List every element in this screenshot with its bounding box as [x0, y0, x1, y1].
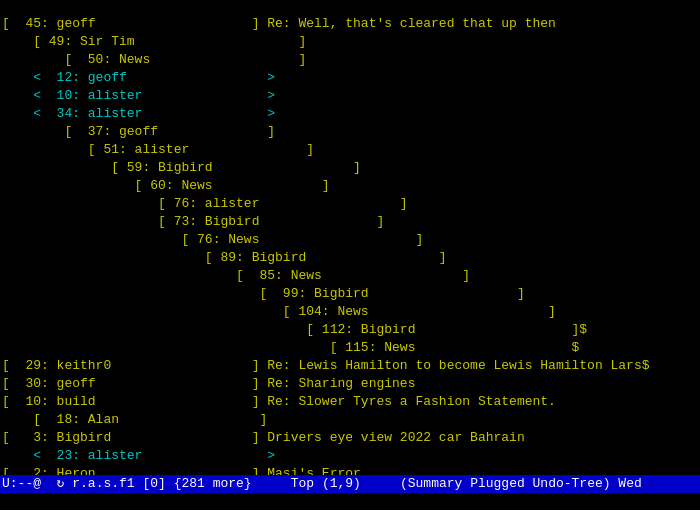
status-bar: U:--@ ↻ r.a.s.f1 [0] {281 more} Top (1,9…	[0, 475, 700, 493]
thread-line: [ 37: geoff ]	[0, 123, 700, 141]
status-left: U:--@ ↻ r.a.s.f1 [0] {281 more}	[2, 475, 252, 493]
thread-line: < 12: geoff >	[0, 69, 700, 87]
thread-line: [ 115: News $	[0, 339, 700, 357]
thread-line: [ 99: Bigbird ]	[0, 285, 700, 303]
thread-line: [ 112: Bigbird ]$	[0, 321, 700, 339]
thread-line: < 10: alister >	[0, 87, 700, 105]
thread-line: [ 49: Sir Tim ]	[0, 33, 700, 51]
thread-line: [ 51: alister ]	[0, 141, 700, 159]
thread-line: [ 2: Heron ] Masi's Error	[0, 465, 700, 475]
thread-line: [ 85: News ]	[0, 267, 700, 285]
bottom-bar: No more unseen articles	[0, 493, 700, 510]
thread-line: [ 59: Bigbird ]	[0, 159, 700, 177]
thread-line: [ 76: alister ]	[0, 195, 700, 213]
thread-line: [ 104: News ]	[0, 303, 700, 321]
thread-line: < 23: alister >	[0, 447, 700, 465]
thread-line: [ 3: Bigbird ] Drivers eye view 2022 car…	[0, 429, 700, 447]
status-spacer1	[252, 475, 291, 493]
thread-line: [ 73: Bigbird ]	[0, 213, 700, 231]
thread-line: [ 18: Alan ]	[0, 411, 700, 429]
thread-line: [ 45: geoff ] Re: Well, that's cleared t…	[0, 15, 700, 33]
status-spacer2	[361, 475, 400, 493]
status-right: (Summary Plugged Undo-Tree) Wed	[400, 475, 642, 493]
thread-line: [ 50: News ]	[0, 51, 700, 69]
thread-line: [ 30: geoff ] Re: Sharing engines	[0, 375, 700, 393]
thread-line: [ 10: build ] Re: Slower Tyres a Fashion…	[0, 393, 700, 411]
thread-line: [ 76: News ]	[0, 231, 700, 249]
thread-line: [ 89: Bigbird ]	[0, 249, 700, 267]
thread-line: < 34: alister >	[0, 105, 700, 123]
status-middle: Top (1,9)	[291, 475, 361, 493]
thread-view: [ 45: geoff ] Re: Well, that's cleared t…	[0, 0, 700, 475]
thread-line: [ 60: News ]	[0, 177, 700, 195]
thread-line: [ 29: keithr0 ] Re: Lewis Hamilton to be…	[0, 357, 700, 375]
